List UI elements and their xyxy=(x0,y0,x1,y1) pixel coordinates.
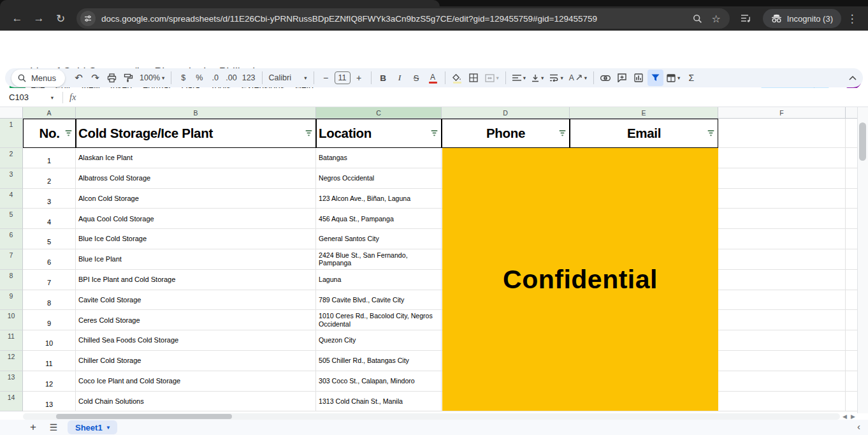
add-sheet-button[interactable]: + xyxy=(24,420,42,434)
cell-A14[interactable]: 13 xyxy=(23,392,76,412)
horizontal-align-button[interactable]: ▾ xyxy=(510,70,528,86)
filter-funnel-icon[interactable] xyxy=(559,130,566,136)
text-color-button[interactable]: A xyxy=(425,70,441,86)
column-header-A[interactable]: A xyxy=(23,107,76,119)
horizontal-scrollbar-thumb[interactable] xyxy=(56,414,232,419)
create-filter-button[interactable] xyxy=(647,70,663,86)
number-format-increase-decimal[interactable]: .00 xyxy=(223,70,239,86)
strikethrough-button[interactable]: S xyxy=(409,70,424,86)
cell-C9[interactable]: 789 Cavite Blvd., Cavite City xyxy=(316,290,442,311)
cell-F10[interactable] xyxy=(718,310,846,330)
scroll-right-icon[interactable]: ▶ xyxy=(851,413,855,420)
sheet-tab-sheet1[interactable]: Sheet1 ▾ xyxy=(68,420,117,434)
cell-B6[interactable]: Blue Ice Cold Storage xyxy=(76,229,316,249)
number-format-percent[interactable]: % xyxy=(191,70,207,86)
cell-C6[interactable]: General Santos City xyxy=(316,229,442,249)
formula-input[interactable] xyxy=(76,88,868,107)
cell-A1[interactable]: No. xyxy=(23,119,76,148)
print-button[interactable] xyxy=(104,70,120,86)
cell-F4[interactable] xyxy=(718,189,846,209)
address-bar[interactable]: docs.google.com/spreadsheets/d/11E26Cbi-… xyxy=(76,8,730,29)
cell-F2[interactable] xyxy=(718,148,846,168)
cell-C10[interactable]: 1010 Ceres Rd., Bacolod City, Negros Occ… xyxy=(316,310,442,330)
font-select[interactable]: Calibri ▾ xyxy=(266,70,310,86)
cell-F1[interactable] xyxy=(718,119,846,148)
filter-funnel-icon[interactable] xyxy=(305,130,312,136)
search-icon[interactable] xyxy=(693,14,702,24)
cell-B1[interactable]: Cold Storage/Ice Plant xyxy=(76,119,316,148)
site-info-icon[interactable] xyxy=(80,11,96,26)
sheet-tab-caret-icon[interactable]: ▾ xyxy=(107,424,110,431)
cell-B2[interactable]: Alaskan Ice Plant xyxy=(76,148,316,168)
zoom-select[interactable]: 100% ▾ xyxy=(137,70,167,86)
cell-A12[interactable]: 11 xyxy=(23,351,76,371)
cell-F9[interactable] xyxy=(718,290,846,311)
cell-B4[interactable]: Alcon Cold Storage xyxy=(76,189,316,209)
insert-link-button[interactable] xyxy=(598,70,614,86)
row-header-11[interactable]: 11 xyxy=(0,330,23,351)
cell-A6[interactable]: 5 xyxy=(23,229,76,249)
incognito-badge[interactable]: Incognito (3) xyxy=(763,9,841,28)
cell-F5[interactable] xyxy=(718,209,846,229)
row-header-10[interactable]: 10 xyxy=(0,310,23,330)
row-header-14[interactable]: 14 xyxy=(0,392,23,412)
cell-C8[interactable]: Laguna xyxy=(316,270,442,290)
cell-C2[interactable]: Batangas xyxy=(316,148,442,168)
row-header-12[interactable]: 12 xyxy=(0,351,23,371)
row-header-6[interactable]: 6 xyxy=(0,229,23,249)
column-header-C[interactable]: C xyxy=(316,107,442,119)
row-header-5[interactable]: 5 xyxy=(0,209,23,229)
cell-F12[interactable] xyxy=(718,351,846,371)
cell-C14[interactable]: 1313 Cold Chain St., Manila xyxy=(316,392,442,412)
cell-B14[interactable]: Cold Chain Solutions xyxy=(76,392,316,412)
cell-B8[interactable]: BPI Ice Plant and Cold Storage xyxy=(76,270,316,290)
column-header-D[interactable]: D xyxy=(442,107,570,119)
bookmark-star-icon[interactable]: ☆ xyxy=(711,13,720,25)
cell-C11[interactable]: Quezon City xyxy=(316,330,442,351)
cell-A8[interactable]: 7 xyxy=(23,270,76,290)
cell-B3[interactable]: Albatross Cold Storage xyxy=(76,168,316,189)
name-box-caret-icon[interactable]: ▾ xyxy=(51,94,54,101)
fill-color-button[interactable] xyxy=(449,70,465,86)
paint-format-button[interactable] xyxy=(120,70,136,86)
row-header-8[interactable]: 8 xyxy=(0,270,23,290)
reload-icon[interactable]: ↻ xyxy=(51,9,70,28)
cell-A10[interactable]: 9 xyxy=(23,310,76,330)
cell-C5[interactable]: 456 Aqua St., Pampanga xyxy=(316,209,442,229)
italic-button[interactable]: I xyxy=(392,70,408,86)
cell-B10[interactable]: Ceres Cold Storage xyxy=(76,310,316,330)
column-header-E[interactable]: E xyxy=(570,107,718,119)
cell-C4[interactable]: 123 Alcon Ave., Biñan, Laguna xyxy=(316,189,442,209)
increase-font-size-button[interactable]: + xyxy=(351,70,367,86)
row-header-1[interactable]: 1 xyxy=(0,119,23,148)
cell-D1[interactable]: Phone xyxy=(442,119,570,148)
tab-search-media-icon[interactable] xyxy=(736,9,755,28)
back-icon[interactable]: ← xyxy=(8,9,27,28)
filter-funnel-icon[interactable] xyxy=(65,130,72,136)
cell-C12[interactable]: 505 Chiller Rd., Batangas City xyxy=(316,351,442,371)
cell-F6[interactable] xyxy=(718,229,846,249)
row-header-3[interactable]: 3 xyxy=(0,168,23,189)
font-size-input[interactable]: 11 xyxy=(335,71,351,84)
cell-A7[interactable]: 6 xyxy=(23,249,76,270)
vertical-align-button[interactable]: ▾ xyxy=(529,70,546,86)
vertical-scrollbar[interactable] xyxy=(857,107,868,413)
undo-button[interactable]: ↶ xyxy=(71,70,87,86)
cell-F8[interactable] xyxy=(718,270,846,290)
cell-A9[interactable]: 8 xyxy=(23,290,76,311)
cell-A5[interactable]: 4 xyxy=(23,209,76,229)
cell-B11[interactable]: Chilled Sea Foods Cold Storage xyxy=(76,330,316,351)
number-format-currency[interactable]: $ xyxy=(175,70,191,86)
cell-A3[interactable]: 2 xyxy=(23,168,76,189)
row-header-7[interactable]: 7 xyxy=(0,249,23,270)
cell-B9[interactable]: Cavite Cold Storage xyxy=(76,290,316,311)
text-wrap-button[interactable]: ▾ xyxy=(547,70,565,86)
cell-E1[interactable]: Email xyxy=(570,119,718,148)
column-header-B[interactable]: B xyxy=(76,107,316,119)
filter-views-button[interactable]: ▾ xyxy=(664,70,683,86)
vertical-scrollbar-thumb[interactable] xyxy=(859,122,866,161)
bold-button[interactable]: B xyxy=(375,70,391,86)
cell-C13[interactable]: 303 Coco St., Calapan, Mindoro xyxy=(316,371,442,392)
row-header-9[interactable]: 9 xyxy=(0,290,23,311)
cell-F3[interactable] xyxy=(718,168,846,189)
